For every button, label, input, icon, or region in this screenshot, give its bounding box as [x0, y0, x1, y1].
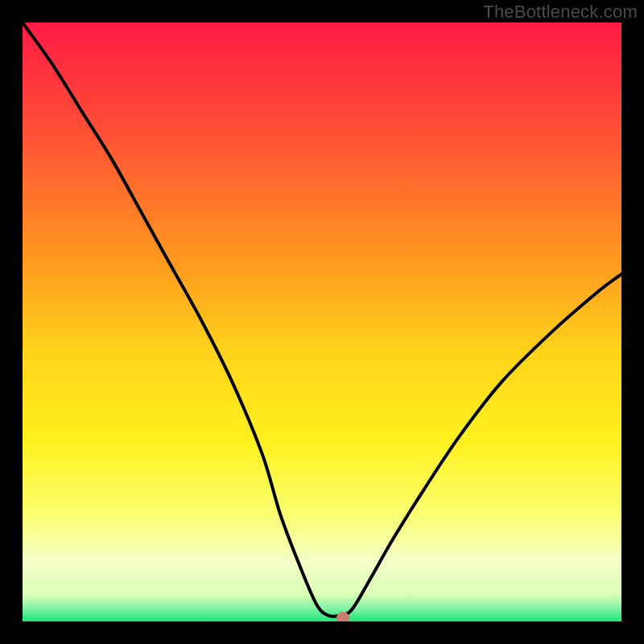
plot-area [23, 23, 621, 621]
optimal-point-marker [336, 612, 349, 621]
chart-frame: TheBottleneck.com [0, 0, 644, 644]
watermark-label: TheBottleneck.com [483, 2, 638, 23]
plot-svg [23, 23, 621, 621]
gradient-background [23, 23, 621, 621]
